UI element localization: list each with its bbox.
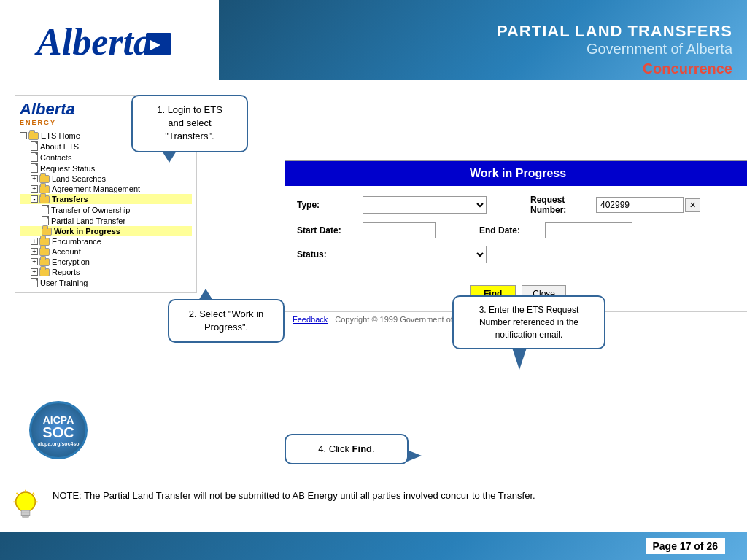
type-label: Type:: [297, 200, 363, 210]
note-text: NOTE: The Partial Land Transfer will not…: [53, 489, 535, 503]
form-row-status: Status:: [297, 246, 739, 263]
tree-expand-icon[interactable]: +: [31, 258, 38, 265]
page-footer: Page 17 of 26: [0, 532, 747, 560]
tree-item-encryption[interactable]: + Encryption: [20, 257, 192, 267]
callout-step4-prefix: 4. Click: [318, 443, 352, 454]
tree-expand-icon[interactable]: +: [31, 248, 38, 255]
svg-rect-5: [21, 513, 30, 515]
aicpa-main-text: AICPA: [43, 415, 74, 425]
aicpa-badge: AICPA SOC aicpa.org/soc4so: [29, 401, 88, 459]
callout-step2-text: 2. Select "Work in Progress".: [189, 308, 264, 332]
aicpa-url: aicpa.org/soc4so: [37, 441, 79, 446]
tree-item-transfers[interactable]: - Transfers: [20, 194, 192, 204]
ets-home-label[interactable]: ETS Home: [41, 131, 80, 140]
contacts-label[interactable]: Contacts: [40, 153, 71, 162]
end-date-label: End Date:: [479, 225, 545, 236]
header-right: PARTIAL LAND TRANSFERS Government of Alb…: [219, 0, 747, 80]
page-number: Page 17 of 26: [646, 538, 726, 554]
wip-header: Work in Progress: [285, 161, 747, 186]
tree-item-land-searches[interactable]: + Land Searches: [20, 174, 192, 184]
tree-expand-icon[interactable]: +: [31, 185, 38, 192]
header-title-sub: Government of Alberta: [587, 41, 732, 58]
tree-expand-icon[interactable]: +: [31, 175, 38, 182]
start-date-input[interactable]: [363, 222, 436, 238]
doc-icon: [31, 152, 38, 162]
tree-item-transfer-of-ownership[interactable]: Transfer of Ownership: [20, 204, 192, 215]
clear-request-number-button[interactable]: ✕: [685, 198, 700, 212]
header-title-main: PARTIAL LAND TRANSFERS: [497, 22, 732, 41]
tree-item-user-training[interactable]: User Training: [20, 277, 192, 288]
ets-logo-text: Alberta: [20, 100, 75, 119]
agreement-management-label[interactable]: Agreement Management: [52, 184, 140, 193]
form-row-type: Type: Request Number: ✕: [297, 195, 739, 215]
tree-expand-icon[interactable]: -: [31, 195, 38, 203]
tree-expand-icon[interactable]: +: [31, 268, 38, 276]
doc-icon: [31, 141, 38, 151]
header-concurrence: Concurrence: [643, 61, 732, 77]
svg-line-11: [33, 493, 35, 495]
aicpa-soc-text: SOC: [42, 425, 74, 440]
doc-icon: [31, 163, 38, 173]
tree-item-encumbrance[interactable]: + Encumbrance: [20, 236, 192, 246]
request-number-label: Request Number:: [530, 195, 596, 215]
form-row-dates: Start Date: End Date:: [297, 222, 739, 238]
folder-icon: [39, 258, 50, 266]
header-logo: Alberta ▶: [0, 0, 219, 80]
svg-text:Alberta: Alberta: [34, 21, 152, 63]
doc-icon: [42, 205, 49, 214]
doc-icon: [42, 216, 49, 225]
note-section: NOTE: The Partial Land Transfer will not…: [7, 481, 740, 525]
svg-text:▶: ▶: [150, 37, 161, 52]
folder-icon: [39, 238, 50, 246]
work-in-progress-label[interactable]: Work in Progress: [54, 227, 120, 236]
lightbulb-icon: [7, 489, 44, 525]
about-label[interactable]: About ETS: [40, 142, 79, 151]
request-number-input[interactable]: [596, 197, 684, 213]
folder-icon: [39, 268, 50, 276]
tree-item-request-status[interactable]: Request Status: [20, 163, 192, 174]
encumbrance-label[interactable]: Encumbrance: [52, 237, 101, 246]
folder-icon: [39, 185, 50, 193]
svg-rect-4: [21, 510, 30, 513]
feedback-link[interactable]: Feedback: [293, 315, 328, 324]
callout-step3: 3. Enter the ETS Request Number referenc…: [452, 295, 605, 349]
start-date-label: Start Date:: [297, 225, 363, 236]
account-label[interactable]: Account: [52, 247, 81, 256]
transfer-ownership-label[interactable]: Transfer of Ownership: [51, 206, 130, 214]
alberta-logo-icon: Alberta ▶: [29, 11, 190, 69]
transfers-label[interactable]: Transfers: [52, 195, 88, 203]
right-panel: 3. Enter the ETS Request Number referenc…: [285, 95, 747, 525]
tree-item-work-in-progress[interactable]: Work in Progress: [20, 226, 192, 236]
callout-step3-text: 3. Enter the ETS Request Number referenc…: [479, 305, 579, 340]
folder-icon: [28, 132, 39, 140]
request-number-group: Request Number: ✕: [530, 195, 700, 215]
tree-expand-icon[interactable]: +: [31, 238, 38, 245]
encryption-label[interactable]: Encryption: [52, 257, 90, 266]
partial-land-transfer-label[interactable]: Partial Land Transfer: [51, 217, 125, 225]
type-select[interactable]: [363, 196, 487, 214]
tree-item-agreement-management[interactable]: + Agreement Management: [20, 184, 192, 194]
callout-step4: 4. Click Find.: [285, 434, 409, 464]
svg-rect-6: [23, 516, 28, 518]
folder-icon: [39, 175, 50, 183]
folder-icon: [39, 248, 50, 256]
land-searches-label[interactable]: Land Searches: [52, 174, 106, 183]
reports-label[interactable]: Reports: [52, 268, 80, 276]
tree-expand-icon[interactable]: -: [20, 132, 27, 139]
left-panel: Alberta ENERGY - ETS Home About ETS Cont…: [7, 88, 277, 525]
callout-step1-text: 1. Login to ETS and select "Transfers".: [157, 104, 222, 141]
user-training-label[interactable]: User Training: [40, 279, 88, 287]
status-select[interactable]: [363, 246, 487, 263]
callout-step1: 1. Login to ETS and select "Transfers".: [131, 95, 248, 152]
status-label: Status:: [297, 249, 363, 260]
folder-icon: [42, 228, 52, 236]
end-date-input[interactable]: [545, 222, 632, 238]
tree-item-reports[interactable]: + Reports: [20, 267, 192, 277]
tree-item-partial-land-transfer[interactable]: Partial Land Transfer: [20, 215, 192, 226]
end-date-group: End Date:: [479, 222, 632, 238]
svg-point-3: [16, 492, 36, 512]
tree-item-account[interactable]: + Account: [20, 246, 192, 257]
main-content: Alberta ENERGY - ETS Home About ETS Cont…: [0, 80, 747, 532]
request-status-label[interactable]: Request Status: [40, 164, 95, 173]
header: Alberta ▶ PARTIAL LAND TRANSFERS Governm…: [0, 0, 747, 80]
